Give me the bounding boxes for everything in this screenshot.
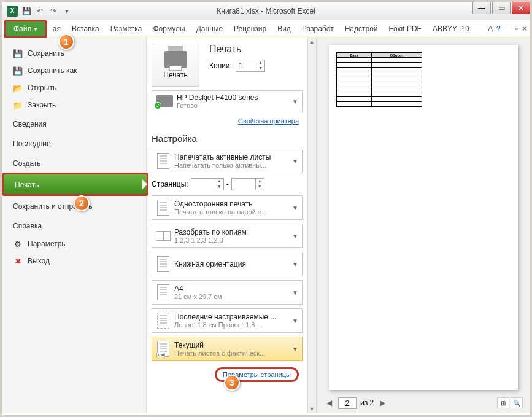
- chevron-down-icon: ▼: [292, 233, 298, 240]
- printer-properties-link[interactable]: Свойства принтера: [152, 116, 303, 126]
- chevron-down-icon: ▼: [292, 205, 298, 211]
- tab-view[interactable]: Вид: [272, 22, 296, 36]
- inner-restore-icon[interactable]: ▫: [515, 25, 518, 33]
- orientation-dropdown[interactable]: Книжная ориентация ▼: [152, 252, 303, 276]
- window-controls: — ▭ ✕: [471, 2, 530, 14]
- ribbon-collapse-icon[interactable]: ᐱ: [488, 25, 493, 33]
- show-margins-button[interactable]: ⊞: [497, 397, 509, 408]
- sidebar-item-new[interactable]: Создать: [2, 153, 146, 173]
- tab-review[interactable]: Рецензир: [229, 22, 271, 36]
- maximize-button[interactable]: ▭: [492, 2, 511, 14]
- scroll-down-icon[interactable]: ▼: [308, 405, 316, 413]
- preview-table: ДатаОборот: [336, 52, 422, 107]
- chevron-down-icon: ▼: [292, 346, 298, 353]
- print-button[interactable]: Печать: [152, 44, 199, 87]
- scale-icon: 100: [156, 340, 171, 357]
- chevron-down-icon: ▼: [292, 289, 298, 296]
- copies-spinner[interactable]: ▲▼: [236, 60, 265, 72]
- sheets-icon: [156, 152, 171, 170]
- sidebar-item-info[interactable]: Сведения: [2, 114, 146, 133]
- next-page-button[interactable]: ▶: [377, 397, 388, 408]
- folder-open-icon: 📂: [13, 83, 23, 93]
- options-icon: ⚙: [13, 239, 23, 249]
- app-icon: X: [7, 6, 18, 17]
- paper-icon: [156, 284, 171, 301]
- paper-size-dropdown[interactable]: A4 21 см x 29,7 см ▼: [152, 280, 303, 305]
- prev-page-button[interactable]: ◀: [324, 397, 334, 408]
- page-navigator: ◀ из 2 ▶ ⊞ 🔍: [319, 395, 528, 411]
- chevron-down-icon: ▼: [292, 98, 298, 105]
- undo-icon[interactable]: ↶: [35, 6, 45, 16]
- sidebar-item-exit[interactable]: ✖Выход: [2, 252, 146, 270]
- copies-label: Копии:: [209, 61, 232, 70]
- inner-close-icon[interactable]: ✕: [522, 25, 528, 33]
- tab-file[interactable]: Файл ▾: [4, 20, 47, 38]
- copies-input[interactable]: [236, 61, 256, 70]
- tab-addins[interactable]: Надстрой: [340, 22, 383, 36]
- save-icon[interactable]: 💾: [21, 6, 31, 16]
- sidebar-item-help[interactable]: Справка: [2, 216, 146, 235]
- chevron-down-icon: ▼: [292, 158, 298, 165]
- qat-more-icon[interactable]: ▾: [62, 6, 72, 16]
- sidebar-item-options[interactable]: ⚙Параметры: [2, 235, 146, 252]
- printer-name: HP Deskjet F4100 series: [177, 93, 288, 102]
- status-ready-icon: ✓: [154, 102, 161, 109]
- portrait-icon: [156, 255, 171, 273]
- sidebar-item-open[interactable]: 📂Открыть: [2, 79, 146, 96]
- margins-icon: [156, 312, 171, 329]
- redo-icon[interactable]: ↷: [48, 6, 58, 16]
- titlebar: X 💾 ↶ ↷ ▾ Книга81.xlsx - Microsoft Excel…: [2, 2, 530, 20]
- sidebar-item-save[interactable]: 💾Сохранить: [2, 45, 146, 62]
- window-title: Книга81.xlsx - Microsoft Excel: [217, 7, 315, 15]
- folder-close-icon: 📁: [13, 100, 23, 110]
- collate-dropdown[interactable]: Разобрать по копиям 1,2,3 1,2,3 1,2,3 ▼: [152, 224, 303, 248]
- sidebar-item-save-as[interactable]: 💾Сохранить как: [2, 62, 146, 79]
- inner-minimize-icon[interactable]: —: [504, 25, 512, 33]
- sidebar-item-close[interactable]: 📁Закрыть: [2, 96, 146, 114]
- backstage-sidebar: 💾Сохранить 💾Сохранить как 📂Открыть 📁Закр…: [2, 37, 147, 413]
- sides-dropdown[interactable]: Односторонняя печать Печатать только на …: [152, 195, 303, 220]
- print-settings-column: Печать Печать Копии: ▲▼: [147, 37, 307, 413]
- tab-data[interactable]: Данные: [191, 22, 228, 36]
- save-icon: 💾: [13, 49, 23, 58]
- tab-layout[interactable]: Разметка: [106, 22, 147, 36]
- close-button[interactable]: ✕: [512, 2, 530, 14]
- scroll-up-icon[interactable]: ▲: [308, 37, 316, 46]
- page-to-spinner[interactable]: ▲▼: [231, 178, 264, 190]
- tab-home-partial[interactable]: ая: [48, 22, 66, 36]
- sidebar-item-print[interactable]: Печать: [2, 173, 148, 196]
- tab-formulas[interactable]: Формулы: [148, 22, 190, 36]
- print-title: Печать: [209, 44, 265, 55]
- exit-icon: ✖: [13, 256, 23, 266]
- spinner-up-icon[interactable]: ▲: [256, 60, 264, 66]
- preview-page: ДатаОборот: [329, 45, 518, 390]
- scaling-dropdown[interactable]: 100 Текущий Печать листов с фактическ...…: [152, 337, 303, 361]
- help-icon[interactable]: ?: [496, 25, 501, 33]
- print-preview-pane: ДатаОборот ◀ из 2 ▶ ⊞ 🔍: [316, 37, 530, 413]
- margins-dropdown[interactable]: Последние настраиваемые ... Левое: 1,8 с…: [152, 308, 303, 333]
- callout-2: 2: [74, 195, 90, 211]
- printer-status: Готово: [177, 102, 288, 109]
- tab-foxit[interactable]: Foxit PDF: [384, 22, 426, 36]
- printer-icon: [164, 51, 187, 68]
- printer-selector[interactable]: ✓ HP Deskjet F4100 series Готово ▼: [152, 90, 303, 112]
- chevron-down-icon: ▼: [292, 261, 298, 268]
- tab-developer[interactable]: Разработ: [297, 22, 339, 36]
- tab-abbyy[interactable]: ABBYY PD: [428, 22, 474, 36]
- chevron-down-icon: ▼: [292, 318, 298, 324]
- settings-scrollbar[interactable]: ▲ ▼: [307, 37, 316, 413]
- page-from-spinner[interactable]: ▲▼: [191, 178, 224, 190]
- spinner-down-icon[interactable]: ▼: [256, 66, 264, 71]
- settings-heading: Настройка: [152, 133, 303, 144]
- minimize-button[interactable]: —: [472, 2, 491, 14]
- quick-access-toolbar: X 💾 ↶ ↷ ▾: [2, 6, 77, 17]
- page-total-label: из 2: [360, 399, 374, 407]
- tab-insert[interactable]: Вставка: [67, 22, 104, 36]
- ribbon-tabs: Файл ▾ ая Вставка Разметка Формулы Данны…: [2, 20, 530, 37]
- page-number-input[interactable]: [338, 397, 357, 409]
- zoom-to-page-button[interactable]: 🔍: [511, 397, 523, 408]
- collate-icon: [156, 227, 171, 244]
- printer-small-icon: ✓: [156, 95, 173, 107]
- print-what-dropdown[interactable]: Напечатать активные листы Напечатать тол…: [152, 149, 303, 173]
- sidebar-item-recent[interactable]: Последние: [2, 133, 146, 153]
